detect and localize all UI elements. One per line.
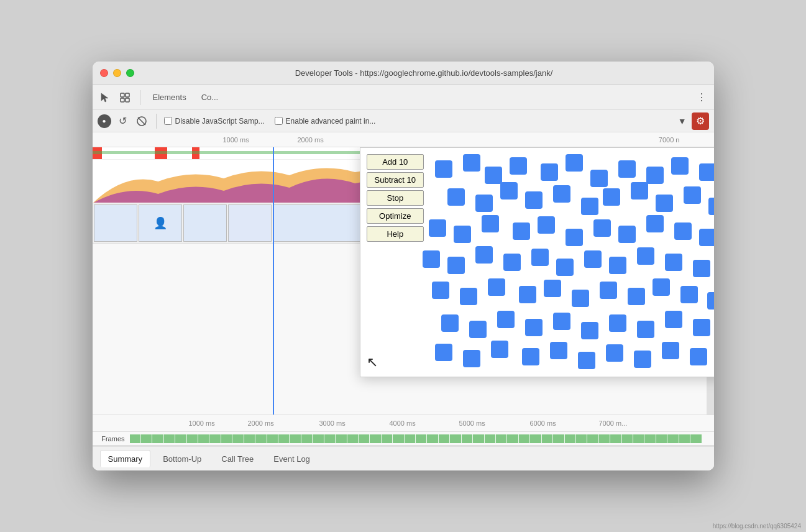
frame-tick [565,434,575,443]
blue-box [553,313,570,330]
frame-tick [530,434,541,443]
blue-box [653,278,670,296]
frame-tick [576,434,587,443]
blue-box [665,311,682,328]
blue-box [463,154,480,172]
frame-tick [496,434,506,443]
webpage-buttons: Add 10 Subtract 10 Stop Optimize Help [367,154,424,242]
optimize-button[interactable]: Optimize [367,208,424,224]
blue-box [550,342,567,359]
disable-js-samples-checkbox[interactable] [164,117,172,125]
blue-box [429,219,446,237]
frame-tick [336,434,346,443]
tab-event-log[interactable]: Event Log [266,451,318,467]
blue-box [609,314,626,332]
cursor-icon[interactable] [98,90,112,105]
frame-tick [141,434,152,443]
tab-bottom-up[interactable]: Bottom-Up [155,451,209,467]
settings-button[interactable]: ⚙ [692,112,709,130]
ruler-end: 7000 n [659,136,680,144]
frame-tick [553,434,564,443]
screenshot-4 [228,204,272,242]
frame-tick [198,434,209,443]
blue-box [566,154,583,172]
frame-tick [301,434,312,443]
more-icon[interactable]: ⋮ [694,90,709,105]
frame-tick [175,434,186,443]
blue-box [525,319,543,336]
frame-tick [370,434,380,443]
perf-toolbar: ● ↺ Disable JavaScript Samp... Enable ad… [93,110,714,132]
enable-paint-checkbox[interactable] [275,117,283,125]
minimize-button[interactable] [113,69,121,77]
stop-button[interactable]: Stop [367,190,424,206]
blue-box [488,278,505,296]
frame-tick [450,434,460,443]
frame-tick [164,434,175,443]
frames-label: Frames [93,435,130,443]
clear-button[interactable] [135,114,149,128]
traffic-lights [100,69,134,77]
blue-box [699,163,714,181]
frame-tick [209,434,220,443]
tab-console[interactable]: Co... [196,90,223,104]
tab-call-tree[interactable]: Call Tree [214,451,261,467]
tab-summary[interactable]: Summary [100,450,151,467]
blue-box [469,321,487,338]
maximize-button[interactable] [126,69,134,77]
blue-box [447,257,465,274]
record-button[interactable]: ● [98,114,111,128]
frame-tick [519,434,529,443]
frame-tick [313,434,323,443]
close-button[interactable] [100,69,108,77]
enable-paint-label[interactable]: Enable advanced paint in... [275,117,376,126]
blue-box [522,348,539,365]
blue-box [435,344,452,361]
blue-box [510,157,527,175]
blue-box [525,191,543,209]
ruler-bottom-5000: 5000 ms [459,420,485,427]
window-title: Developer Tools - https://googlechrome.g… [142,68,707,78]
blue-box [519,286,536,303]
blue-box [497,311,515,328]
blue-box [553,185,570,203]
blue-box [441,314,459,332]
blue-box [684,186,701,204]
bottom-tabs: Summary Bottom-Up Call Tree Event Log [93,446,714,470]
help-button[interactable]: Help [367,226,424,242]
devtools-panel: Elements Co... ⋮ ● ↺ Disable JavaScript … [93,85,714,470]
reload-button[interactable]: ↺ [116,114,130,128]
blue-box [637,247,654,265]
frame-tick [439,434,449,443]
subtract-10-button[interactable]: Subtract 10 [367,172,424,188]
blue-box [593,219,611,237]
frame-tick [187,434,198,443]
timeline-tracks[interactable]: 👤 FPS CPU NET [93,147,714,415]
blue-box [674,222,692,240]
blue-box [491,341,508,358]
frame-tick [278,434,289,443]
frame-tick [599,434,610,443]
frame-tick [485,434,495,443]
title-bar: Developer Tools - https://googlechrome.g… [93,62,714,85]
enable-paint-text: Enable advanced paint in... [286,117,376,126]
frames-row: Frames [93,432,714,446]
timeline-ruler: 1000 ms 2000 ms 7000 n [93,132,714,147]
inspect-icon[interactable] [117,90,132,105]
add-10-button[interactable]: Add 10 [367,154,424,170]
blue-box [513,222,530,240]
svg-rect-0 [121,93,124,97]
ruler-bottom-3000: 3000 ms [319,420,346,427]
tab-elements[interactable]: Elements [148,90,191,104]
ruler-bottom-4000: 4000 ms [390,420,416,427]
blue-box [447,188,465,206]
dropdown-arrow[interactable]: ▼ [678,116,687,126]
disable-js-samples-label[interactable]: Disable JavaScript Samp... [164,117,265,126]
frame-tick [324,434,335,443]
blue-box [581,198,598,215]
blue-box [541,163,558,181]
blue-box [556,259,574,276]
frame-tick [542,434,552,443]
blue-box [485,167,502,184]
frame-tick [130,434,140,443]
